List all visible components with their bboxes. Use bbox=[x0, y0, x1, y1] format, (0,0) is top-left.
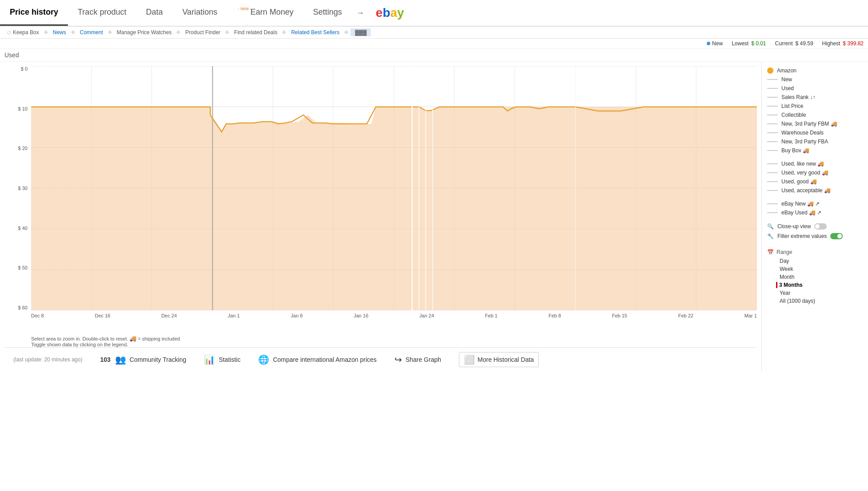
share-graph-button[interactable]: ↪ Share Graph bbox=[394, 354, 441, 365]
list-price-line-icon bbox=[767, 106, 778, 107]
new-dot-icon bbox=[707, 42, 710, 45]
community-count: 103 bbox=[100, 356, 110, 363]
tab-settings[interactable]: Settings bbox=[303, 0, 352, 26]
filter-extreme-toggle[interactable] bbox=[830, 233, 843, 239]
legend-item-sales-rank[interactable]: Sales Rank ↓↑ bbox=[767, 93, 863, 102]
tab-price-history[interactable]: Price history bbox=[0, 0, 68, 26]
close-up-view-label: Close-up view bbox=[777, 223, 811, 230]
used-section: Used bbox=[0, 49, 868, 62]
community-tracking-button[interactable]: 103 👥 Community Tracking bbox=[100, 354, 186, 365]
top-navigation: Price history Track product Data Variati… bbox=[0, 0, 868, 27]
legend-item-warehouse-deals[interactable]: Warehouse Deals bbox=[767, 128, 863, 137]
legend-ebay-used-label: eBay Used 🚚 ↗ bbox=[781, 210, 821, 216]
legend-ebay-new-label: eBay New 🚚 ↗ bbox=[781, 201, 820, 207]
close-up-view-control[interactable]: 🔍 Close-up view bbox=[767, 222, 863, 231]
legend-buy-box-label: Buy Box 🚚 bbox=[781, 147, 809, 154]
tab-data[interactable]: Data bbox=[136, 0, 172, 26]
filter-icon: 🔧 bbox=[767, 233, 774, 239]
used-good-line-icon bbox=[767, 181, 778, 182]
legend-used-very-good-label: Used, very good 🚚 bbox=[781, 170, 828, 176]
svg-marker-27 bbox=[31, 107, 757, 310]
range-week[interactable]: Week bbox=[780, 265, 863, 273]
chart-wrapper[interactable]: $ 60 $ 50 $ 40 $ 30 $ 20 $ 10 $ 0 bbox=[4, 66, 757, 333]
separator: ❖ bbox=[44, 29, 48, 36]
nav-related-best-sellers[interactable]: Related Best Sellers bbox=[288, 28, 342, 36]
tab-data-label: Data bbox=[146, 8, 163, 17]
statistic-button[interactable]: 📊 Statistic bbox=[204, 354, 240, 365]
legend-item-new-3rd-fba[interactable]: New, 3rd Party FBA bbox=[767, 137, 863, 146]
y-axis: $ 60 $ 50 $ 40 $ 30 $ 20 $ 10 $ 0 bbox=[4, 66, 31, 310]
globe-icon: 🌐 bbox=[258, 354, 269, 365]
ebay-new-line-icon bbox=[767, 203, 778, 204]
range-year[interactable]: Year bbox=[780, 289, 863, 297]
separator: ❖ bbox=[344, 29, 349, 36]
nav-news[interactable]: News bbox=[50, 28, 69, 36]
legend-item-ebay-new[interactable]: eBay New 🚚 ↗ bbox=[767, 199, 863, 208]
more-historical-label: More Historical Data bbox=[478, 356, 534, 363]
section-divider-3 bbox=[767, 217, 863, 222]
statistic-icon: 📊 bbox=[204, 354, 215, 365]
price-current: Current $ 49.59 bbox=[775, 40, 813, 47]
nav-extra[interactable]: ▓▓▓ bbox=[350, 28, 371, 36]
compare-label: Compare international Amazon prices bbox=[273, 356, 376, 363]
calendar-icon: 📅 bbox=[767, 249, 774, 255]
filter-extreme-label: Filter extreme values bbox=[777, 233, 827, 239]
legend-item-used-very-good[interactable]: Used, very good 🚚 bbox=[767, 168, 863, 177]
section-divider-4 bbox=[767, 241, 863, 246]
close-up-view-toggle[interactable] bbox=[814, 223, 827, 230]
legend-item-used-good[interactable]: Used, good 🚚 bbox=[767, 177, 863, 186]
chart-svg-area[interactable] bbox=[31, 66, 757, 310]
nav-product-finder[interactable]: Product Finder bbox=[183, 28, 223, 36]
separator: ❖ bbox=[176, 29, 181, 36]
sales-rank-line-icon bbox=[767, 97, 778, 98]
range-all[interactable]: All (1000 days) bbox=[780, 297, 863, 305]
legend-item-new[interactable]: New bbox=[767, 75, 863, 84]
legend-item-amazon[interactable]: Amazon bbox=[767, 66, 863, 75]
separator: ❖ bbox=[108, 29, 112, 36]
range-section: 📅 Range Day Week Month 3 Months Year All… bbox=[767, 249, 863, 305]
chart-container[interactable]: $ 60 $ 50 $ 40 $ 30 $ 20 $ 10 $ 0 bbox=[0, 62, 761, 372]
range-3months[interactable]: 3 Months bbox=[780, 281, 863, 289]
legend-new-3rd-fba-label: New, 3rd Party FBA bbox=[781, 139, 828, 145]
legend-item-buy-box[interactable]: Buy Box 🚚 bbox=[767, 146, 863, 155]
bottom-toolbar: (last update: 20 minutes ago) 103 👥 Comm… bbox=[4, 347, 757, 372]
legend-item-collectible[interactable]: Collectible bbox=[767, 111, 863, 119]
legend-item-used-acceptable[interactable]: Used, acceptable 🚚 bbox=[767, 186, 863, 195]
nav-manage-price-watches[interactable]: Manage Price Watches bbox=[114, 28, 175, 36]
legend-item-ebay-used[interactable]: eBay Used 🚚 ↗ bbox=[767, 208, 863, 217]
range-day[interactable]: Day bbox=[780, 257, 863, 265]
tab-earn-money-label: Earn Money bbox=[251, 8, 294, 17]
new-3rd-fbm-line-icon bbox=[767, 123, 778, 124]
nav-keepa-box[interactable]: ⬡ Keepa Box bbox=[4, 28, 42, 36]
amazon-dot-icon bbox=[767, 67, 773, 74]
tab-track-product[interactable]: Track product bbox=[68, 0, 136, 26]
legend-warehouse-label: Warehouse Deals bbox=[781, 130, 824, 136]
new-line-icon bbox=[767, 79, 778, 80]
legend-item-used-like-new[interactable]: Used, like new 🚚 bbox=[767, 159, 863, 168]
nav-find-related-deals[interactable]: Find related Deals bbox=[231, 28, 280, 36]
warehouse-line-icon bbox=[767, 132, 778, 133]
ebay-logo[interactable]: ebay bbox=[369, 0, 411, 26]
separator: ❖ bbox=[71, 29, 76, 36]
section-divider-2 bbox=[767, 195, 863, 199]
separator: ❖ bbox=[282, 29, 287, 36]
nav-comment[interactable]: Comment bbox=[77, 28, 106, 36]
new-badge: - new - bbox=[238, 6, 251, 11]
compare-amazon-button[interactable]: 🌐 Compare international Amazon prices bbox=[258, 354, 376, 365]
tab-variations[interactable]: Variations bbox=[172, 0, 227, 26]
community-tracking-label: Community Tracking bbox=[130, 356, 187, 363]
tab-price-history-label: Price history bbox=[10, 8, 58, 17]
filter-extreme-control[interactable]: 🔧 Filter extreme values bbox=[767, 231, 863, 241]
legend-item-list-price[interactable]: List Price bbox=[767, 102, 863, 111]
tab-earn-money[interactable]: - new - Earn Money bbox=[227, 0, 303, 26]
tab-variations-label: Variations bbox=[182, 8, 217, 17]
legend-sales-rank-label: Sales Rank ↓↑ bbox=[781, 94, 816, 100]
legend-collectible-label: Collectible bbox=[781, 112, 806, 118]
more-historical-button[interactable]: ⬜ More Historical Data bbox=[459, 352, 539, 367]
legend-item-new-3rd-fbm[interactable]: New, 3rd Party FBM 🚚 bbox=[767, 119, 863, 128]
legend-used-good-label: Used, good 🚚 bbox=[781, 178, 817, 185]
main-content: $ 60 $ 50 $ 40 $ 30 $ 20 $ 10 $ 0 bbox=[0, 62, 868, 372]
legend-item-used[interactable]: Used bbox=[767, 84, 863, 93]
x-axis: Dec 8 Dec 16 Dec 24 Jan 1 Jan 8 Jan 16 J… bbox=[31, 310, 757, 333]
range-month[interactable]: Month bbox=[780, 273, 863, 281]
